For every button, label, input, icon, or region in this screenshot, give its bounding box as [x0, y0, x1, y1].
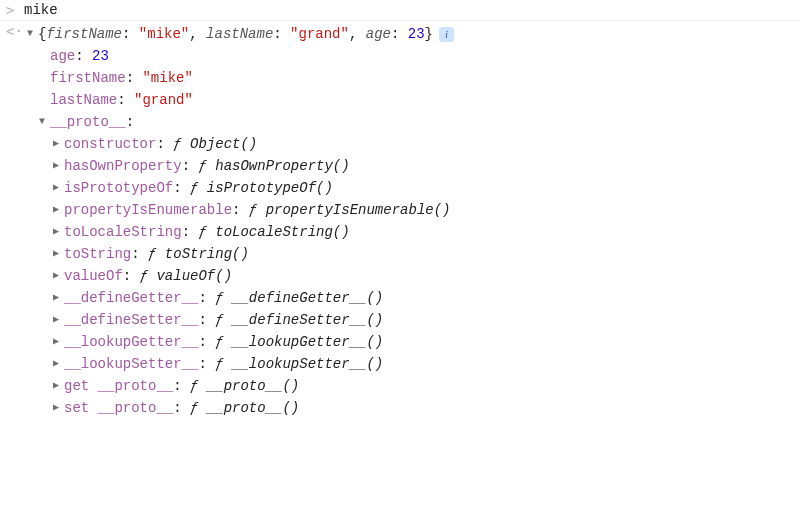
method-fn-name: __proto__() — [207, 397, 299, 419]
property-key: firstName — [50, 67, 126, 89]
function-f-icon: ƒ — [190, 177, 207, 199]
console-input-row: > mike — [0, 0, 800, 21]
object-property-row[interactable]: ▶age: 23 — [24, 45, 794, 67]
expand-toggle-icon[interactable]: ▶ — [50, 155, 62, 177]
method-key: hasOwnProperty — [64, 155, 182, 177]
proto-method-row[interactable]: ▶__lookupGetter__: ƒ __lookupGetter__() — [24, 331, 794, 353]
property-value: 23 — [92, 45, 109, 67]
method-key: __lookupGetter__ — [64, 331, 198, 353]
expand-toggle-icon[interactable]: ▶ — [50, 221, 62, 243]
summary-key-firstname: firstName — [46, 23, 122, 45]
function-f-icon: ƒ — [198, 155, 215, 177]
proto-method-row[interactable]: ▶valueOf: ƒ valueOf() — [24, 265, 794, 287]
summary-key-age: age — [366, 23, 391, 45]
function-f-icon: ƒ — [215, 287, 232, 309]
method-fn-name: toLocaleString() — [215, 221, 349, 243]
proto-method-row[interactable]: ▶get __proto__: ƒ __proto__() — [24, 375, 794, 397]
method-fn-name: propertyIsEnumerable() — [266, 199, 451, 221]
function-f-icon: ƒ — [140, 265, 157, 287]
function-f-icon: ƒ — [249, 199, 266, 221]
function-f-icon: ƒ — [198, 221, 215, 243]
function-f-icon: ƒ — [215, 309, 232, 331]
method-key: set __proto__ — [64, 397, 173, 419]
expand-toggle-icon[interactable]: ▶ — [50, 287, 62, 309]
brace-close: } — [425, 23, 433, 45]
object-summary[interactable]: ▼ { firstName: "mike", lastName: "grand"… — [24, 23, 794, 45]
function-f-icon: ƒ — [173, 133, 190, 155]
method-key: isPrototypeOf — [64, 177, 173, 199]
proto-method-row[interactable]: ▶constructor: ƒ Object() — [24, 133, 794, 155]
expand-toggle-icon[interactable]: ▶ — [50, 331, 62, 353]
method-key: constructor — [64, 133, 156, 155]
method-fn-name: __defineGetter__() — [232, 287, 383, 309]
method-fn-name: __lookupGetter__() — [232, 331, 383, 353]
method-key: toLocaleString — [64, 221, 182, 243]
expand-toggle-icon[interactable]: ▶ — [50, 375, 62, 397]
property-value: "grand" — [134, 89, 193, 111]
function-f-icon: ƒ — [215, 331, 232, 353]
summary-val-lastname: "grand" — [290, 23, 349, 45]
console-input-text: mike — [24, 2, 58, 18]
property-value: "mike" — [142, 67, 192, 89]
method-fn-name: valueOf() — [156, 265, 232, 287]
expand-toggle-icon[interactable]: ▼ — [36, 111, 48, 133]
method-key: valueOf — [64, 265, 123, 287]
function-f-icon: ƒ — [190, 397, 207, 419]
method-fn-name: __proto__() — [207, 375, 299, 397]
expand-toggle-icon[interactable]: ▶ — [50, 199, 62, 221]
expand-toggle-icon[interactable]: ▶ — [50, 243, 62, 265]
function-f-icon: ƒ — [148, 243, 165, 265]
method-fn-name: toString() — [165, 243, 249, 265]
proto-label: __proto__ — [50, 111, 126, 133]
expand-toggle-icon[interactable]: ▶ — [50, 309, 62, 331]
object-property-row[interactable]: ▶lastName: "grand" — [24, 89, 794, 111]
proto-method-row[interactable]: ▶isPrototypeOf: ƒ isPrototypeOf() — [24, 177, 794, 199]
method-key: __defineGetter__ — [64, 287, 198, 309]
method-fn-name: __lookupSetter__() — [232, 353, 383, 375]
brace-open: { — [38, 23, 46, 45]
method-fn-name: isPrototypeOf() — [207, 177, 333, 199]
prompt-icon: > — [6, 2, 22, 18]
method-key: toString — [64, 243, 131, 265]
method-key: __lookupSetter__ — [64, 353, 198, 375]
proto-row[interactable]: ▼ __proto__: — [24, 111, 794, 133]
expand-toggle-icon[interactable]: ▶ — [50, 397, 62, 419]
summary-key-lastname: lastName — [206, 23, 273, 45]
function-f-icon: ƒ — [215, 353, 232, 375]
proto-method-row[interactable]: ▶__defineSetter__: ƒ __defineSetter__() — [24, 309, 794, 331]
info-icon[interactable]: i — [439, 27, 454, 42]
proto-method-row[interactable]: ▶toLocaleString: ƒ toLocaleString() — [24, 221, 794, 243]
proto-method-row[interactable]: ▶toString: ƒ toString() — [24, 243, 794, 265]
method-key: __defineSetter__ — [64, 309, 198, 331]
method-fn-name: __defineSetter__() — [232, 309, 383, 331]
property-key: lastName — [50, 89, 117, 111]
object-property-row[interactable]: ▶firstName: "mike" — [24, 67, 794, 89]
expand-toggle-icon[interactable]: ▼ — [24, 23, 36, 45]
return-icon: <· — [6, 23, 22, 39]
summary-val-firstname: "mike" — [139, 23, 189, 45]
proto-method-row[interactable]: ▶propertyIsEnumerable: ƒ propertyIsEnume… — [24, 199, 794, 221]
proto-method-row[interactable]: ▶hasOwnProperty: ƒ hasOwnProperty() — [24, 155, 794, 177]
console-output-row: <· ▼ { firstName: "mike", lastName: "gra… — [0, 21, 800, 421]
method-fn-name: hasOwnProperty() — [215, 155, 349, 177]
property-key: age — [50, 45, 75, 67]
summary-val-age: 23 — [408, 23, 425, 45]
method-fn-name: Object() — [190, 133, 257, 155]
proto-method-row[interactable]: ▶__defineGetter__: ƒ __defineGetter__() — [24, 287, 794, 309]
proto-method-row[interactable]: ▶__lookupSetter__: ƒ __lookupSetter__() — [24, 353, 794, 375]
method-key: get __proto__ — [64, 375, 173, 397]
expand-toggle-icon[interactable]: ▶ — [50, 265, 62, 287]
method-key: propertyIsEnumerable — [64, 199, 232, 221]
function-f-icon: ƒ — [190, 375, 207, 397]
expand-toggle-icon[interactable]: ▶ — [50, 177, 62, 199]
expand-toggle-icon[interactable]: ▶ — [50, 133, 62, 155]
proto-method-row[interactable]: ▶set __proto__: ƒ __proto__() — [24, 397, 794, 419]
expand-toggle-icon[interactable]: ▶ — [50, 353, 62, 375]
